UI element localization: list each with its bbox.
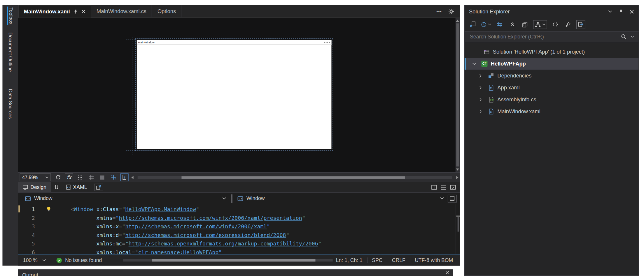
close-icon[interactable] [630, 9, 634, 14]
right-element-combo[interactable]: Window [234, 194, 448, 203]
code-lines[interactable]: <Window x:Class="HelloWPFApp.MainWindow"… [59, 204, 460, 254]
line-number[interactable]: 5 [18, 239, 35, 248]
left-element-combo[interactable]: Window [21, 194, 230, 203]
csharp-file-icon: C# [487, 96, 494, 103]
tree-row-app-xaml[interactable]: App.xaml [465, 82, 639, 93]
tree-row-solution[interactable]: Solution 'HelloWPFApp' (1 of 1 project) [465, 46, 639, 58]
lightbulb-icon[interactable] [46, 206, 51, 212]
design-surface[interactable]: MainWindow [18, 18, 460, 172]
collapse-all-button[interactable] [508, 20, 517, 29]
rail-tab-document-outline-label: Document Outline [7, 33, 13, 72]
editor-status-bar: 100 % No issues found Ln: 1, Ch: 1 SPC C… [18, 254, 460, 266]
rail-tab-data-sources[interactable]: Data Sources [7, 88, 13, 120]
code-line[interactable]: xmlns:mc="http://schemas.openxmlformats.… [71, 239, 460, 248]
search-icon[interactable] [621, 34, 626, 39]
view-code-button[interactable] [551, 20, 560, 29]
xaml-code-editor[interactable]: 123456 <Window x:Class="HelloWPFApp.Main… [18, 204, 460, 254]
tree-row-project[interactable]: C# HelloWPFApp [465, 58, 639, 70]
pending-changes-filter-button[interactable] [481, 20, 491, 29]
solution-explorer-titlebar[interactable]: Solution Explorer [465, 5, 639, 17]
solution-explorer-toolbar [465, 18, 639, 31]
chevron-right-icon[interactable] [477, 109, 484, 113]
tree-row-dependencies[interactable]: Dependencies [465, 70, 639, 82]
horizontal-split-button[interactable] [441, 185, 447, 190]
snap-to-gridlines-button[interactable] [87, 174, 95, 181]
pin-icon[interactable] [619, 9, 624, 14]
rail-tab-document-outline[interactable]: Document Outline [7, 32, 13, 73]
code-line[interactable]: xmlns:local="clr-namespace:HelloWPFApp" [71, 248, 460, 254]
refresh-button[interactable] [54, 174, 62, 181]
encoding-indicator[interactable]: UTF-8 with BOM [410, 257, 458, 263]
document-health-indicator[interactable]: No issues found [52, 257, 107, 263]
scroll-right-arrow[interactable] [456, 176, 458, 179]
swap-panes-button[interactable] [51, 185, 62, 190]
effects-toggle-button[interactable]: fx [65, 174, 73, 181]
close-icon[interactable] [81, 9, 85, 13]
popout-editor-button[interactable] [94, 183, 103, 191]
show-snap-grid-button[interactable] [76, 174, 84, 181]
tab-overflow-button[interactable]: ••• [436, 9, 442, 13]
scroll-up-arrow[interactable] [456, 20, 459, 22]
code-line[interactable]: xmlns="http://schemas.microsoft.com/winf… [71, 214, 460, 222]
snapping-disabled-button[interactable] [98, 174, 106, 181]
chevron-down-icon[interactable] [608, 10, 612, 13]
tab-mainwindow-xaml-cs[interactable]: MainWindow.xaml.cs [91, 5, 152, 18]
rail-tab-toolbox[interactable]: Toolbox [7, 7, 14, 25]
split-view-button[interactable] [448, 194, 457, 202]
line-number[interactable]: 4 [18, 231, 35, 240]
wpf-window-preview[interactable]: MainWindow [137, 40, 331, 149]
line-number[interactable]: 3 [18, 222, 35, 231]
line-ending-mode[interactable]: CRLF [387, 257, 410, 263]
chevron-right-icon[interactable] [477, 97, 484, 101]
properties-button[interactable] [564, 20, 573, 29]
snap-to-snaplines-button[interactable] [109, 174, 118, 181]
chevron-down-icon[interactable] [471, 63, 477, 65]
code-line[interactable]: xmlns:x="http://schemas.microsoft.com/wi… [71, 222, 460, 231]
design-horizontal-scrollbar[interactable] [138, 176, 452, 179]
switch-views-button[interactable] [468, 20, 477, 29]
cursor-position[interactable]: Ln: 1, Ch: 1 [331, 257, 367, 263]
chevron-down-icon[interactable] [631, 36, 634, 38]
show-all-files-button[interactable] [520, 20, 529, 29]
scrollbar-thumb[interactable] [458, 217, 459, 232]
output-panel-title: Output [22, 272, 38, 276]
tab-mainwindow-xaml[interactable]: MainWindow.xaml [18, 5, 91, 18]
file-nesting-button[interactable] [533, 20, 547, 29]
design-pane-tab[interactable]: Design [18, 182, 51, 192]
scroll-left-arrow[interactable] [132, 176, 134, 179]
editor-zoom-combo[interactable]: 100 % [18, 254, 51, 266]
editor-vertical-scrollbar[interactable] [456, 204, 460, 254]
scrollbar-thumb[interactable] [182, 176, 405, 178]
sync-with-active-document-button[interactable] [495, 20, 504, 29]
scrollbar-thumb[interactable] [456, 23, 459, 166]
tree-row-assemblyinfo-cs[interactable]: C# AssemblyInfo.cs [465, 93, 639, 105]
line-number[interactable]: 1 [18, 205, 35, 214]
document-well: MainWindow.xaml MainWindow.xaml.cs Optio… [18, 5, 460, 266]
gear-icon[interactable] [449, 8, 454, 14]
indentation-mode[interactable]: SPC [368, 257, 387, 263]
preview-selected-items-button[interactable] [576, 20, 585, 29]
chevron-right-icon[interactable] [477, 74, 484, 78]
close-icon[interactable] [445, 270, 449, 275]
code-line[interactable]: xmlns:d="http://schemas.microsoft.com/ex… [71, 231, 460, 240]
chevron-right-icon[interactable] [477, 86, 484, 90]
tree-row-mainwindow-xaml[interactable]: MainWindow.xaml [465, 105, 639, 117]
collapse-pane-button[interactable] [450, 185, 456, 190]
line-number[interactable]: 2 [18, 214, 35, 222]
pin-icon[interactable] [73, 9, 78, 14]
solution-search-box[interactable] [465, 31, 639, 42]
xaml-file-icon [487, 108, 494, 115]
editor-horizontal-scrollbar[interactable] [123, 259, 332, 261]
xaml-pane-tab[interactable]: XAML [62, 182, 92, 192]
project-code-toggle-button[interactable] [120, 174, 129, 181]
code-line[interactable]: <Window x:Class="HelloWPFApp.MainWindow" [71, 205, 460, 214]
scroll-down-arrow[interactable] [456, 169, 459, 171]
pane-splitter-handle[interactable] [231, 194, 232, 203]
search-input[interactable] [469, 33, 617, 40]
designer-zoom-combo[interactable]: 47.59% [20, 174, 51, 181]
vertical-split-button[interactable] [431, 185, 437, 190]
tab-options[interactable]: Options [152, 5, 182, 18]
line-number[interactable]: 6 [18, 248, 35, 254]
scrollbar-thumb[interactable] [152, 259, 315, 261]
design-vertical-scrollbar[interactable] [456, 18, 460, 172]
